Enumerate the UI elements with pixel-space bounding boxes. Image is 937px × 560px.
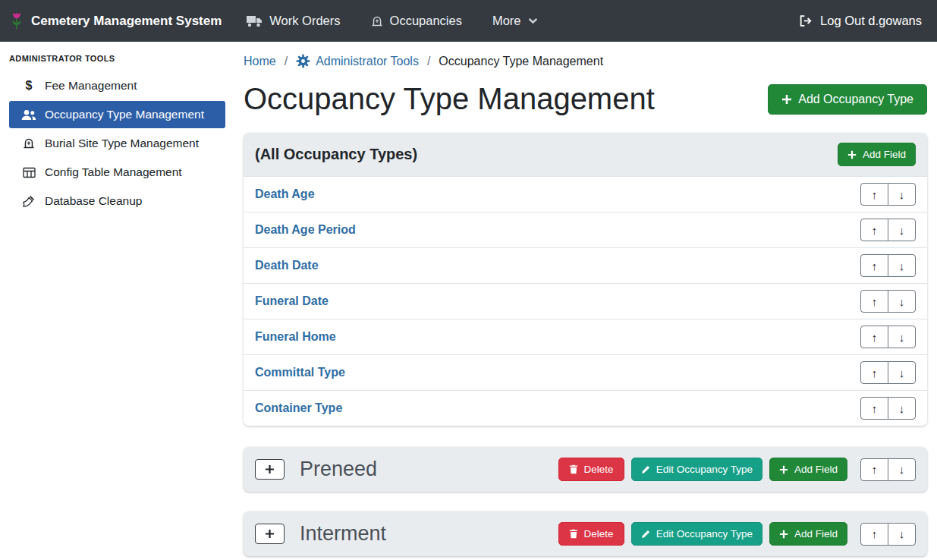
move-down-button[interactable]: ↓: [888, 254, 916, 277]
arrow-down-icon: ↓: [899, 260, 905, 272]
move-up-button[interactable]: ↑: [860, 458, 888, 481]
plus-icon: [265, 529, 275, 539]
sidebar-item-label: Occupancy Type Management: [45, 108, 204, 121]
reorder-group: ↑ ↓: [860, 254, 916, 277]
move-up-button[interactable]: ↑: [860, 397, 888, 420]
sidebar-item-label: Database Cleanup: [45, 194, 142, 208]
nav-work-orders[interactable]: Work Orders: [246, 14, 340, 28]
arrow-up-icon: ↑: [872, 402, 878, 415]
expand-button[interactable]: [255, 459, 285, 480]
field-link[interactable]: Death Age: [255, 187, 315, 201]
add-occupancy-type-button[interactable]: Add Occupancy Type: [768, 84, 927, 115]
reorder-group: ↑ ↓: [860, 290, 916, 313]
arrow-down-icon: ↓: [899, 224, 905, 237]
brand[interactable]: Cemetery Management System: [9, 11, 222, 31]
plus-icon: [847, 150, 857, 159]
field-link[interactable]: Death Date: [255, 259, 319, 272]
trash-icon: [569, 529, 578, 539]
section-actions: Delete Edit Occupancy Type Add Field ↑: [558, 522, 916, 546]
field-link[interactable]: Committal Type: [255, 366, 345, 379]
sidebar-item-label: Config Table Management: [45, 165, 182, 179]
brand-title: Cemetery Management System: [31, 14, 222, 29]
move-up-button[interactable]: ↑: [860, 254, 888, 277]
move-up-button[interactable]: ↑: [860, 361, 888, 384]
move-down-button[interactable]: ↓: [888, 458, 916, 481]
logout-icon: [799, 14, 813, 27]
card-header: (All Occupancy Types) Add Field: [244, 133, 927, 176]
sidebar-item-fee-management[interactable]: $ Fee Management: [9, 72, 225, 99]
reorder-group: ↑ ↓: [860, 361, 916, 384]
section-title: Interment: [300, 522, 386, 546]
title-row: Occupancy Type Management Add Occupancy …: [244, 82, 927, 116]
move-down-button[interactable]: ↓: [888, 326, 916, 348]
add-field-button[interactable]: Add Field: [769, 458, 847, 481]
breadcrumb-home-link[interactable]: Home: [244, 55, 276, 68]
sidebar-item-occupancy-type-management[interactable]: Occupancy Type Management: [9, 101, 225, 128]
reorder-group: ↑ ↓: [860, 523, 916, 546]
arrow-up-icon: ↑: [872, 295, 878, 308]
arrow-down-icon: ↓: [899, 527, 905, 540]
nav-occupancies-label: Occupancies: [390, 14, 462, 28]
move-up-button[interactable]: ↑: [860, 290, 888, 313]
delete-button[interactable]: Delete: [558, 458, 624, 481]
arrow-down-icon: ↓: [899, 463, 905, 476]
table-icon: [21, 167, 36, 178]
move-down-button[interactable]: ↓: [888, 523, 916, 546]
nav-more[interactable]: More: [492, 14, 538, 28]
gear-icon: [296, 54, 310, 68]
reorder-group: ↑ ↓: [860, 397, 916, 420]
sidebar-item-label: Burial Site Type Management: [45, 137, 199, 150]
logout-link[interactable]: Log Out d.gowans: [799, 14, 922, 28]
edit-occupancy-type-button[interactable]: Edit Occupancy Type: [631, 522, 762, 546]
layout: ADMINISTRATOR TOOLS $ Fee Management Occ…: [0, 42, 937, 560]
field-link[interactable]: Funeral Home: [255, 330, 336, 344]
plus-icon: [779, 530, 788, 539]
plus-icon: [779, 465, 788, 474]
add-field-button[interactable]: Add Field: [769, 522, 847, 546]
move-down-button[interactable]: ↓: [888, 183, 916, 206]
move-down-button[interactable]: ↓: [888, 397, 916, 420]
move-up-button[interactable]: ↑: [860, 523, 888, 546]
expand-button[interactable]: [255, 524, 285, 544]
add-field-button[interactable]: Add Field: [838, 143, 916, 166]
move-down-button[interactable]: ↓: [888, 219, 916, 241]
tombstone-icon: [21, 137, 36, 149]
move-down-button[interactable]: ↓: [888, 290, 916, 313]
page-title: Occupancy Type Management: [244, 82, 655, 116]
tulip-logo-icon: [9, 11, 24, 31]
users-icon: [21, 109, 36, 121]
table-row: Death Date ↑ ↓: [244, 247, 927, 283]
section-actions: Delete Edit Occupancy Type Add Field ↑: [558, 458, 916, 481]
breadcrumb-separator: /: [285, 55, 288, 68]
move-up-button[interactable]: ↑: [860, 183, 888, 206]
move-up-button[interactable]: ↑: [860, 326, 888, 348]
occupancy-type-section-interment: Interment Delete Edit Occupancy Type: [244, 511, 927, 556]
reorder-group: ↑ ↓: [860, 219, 916, 241]
dollar-icon: $: [21, 79, 36, 93]
field-link[interactable]: Death Age Period: [255, 223, 356, 237]
breadcrumb-admin-tools-link[interactable]: Administrator Tools: [296, 54, 419, 68]
sidebar-item-database-cleanup[interactable]: Database Cleanup: [9, 187, 225, 215]
move-up-button[interactable]: ↑: [860, 219, 888, 241]
top-navbar: Cemetery Management System Work Orders O…: [0, 0, 937, 42]
sidebar-item-config-table-management[interactable]: Config Table Management: [9, 159, 225, 186]
sidebar: ADMINISTRATOR TOOLS $ Fee Management Occ…: [0, 42, 234, 560]
nav-occupancies[interactable]: Occupancies: [371, 14, 462, 28]
table-row: Funeral Date ↑ ↓: [244, 283, 927, 319]
arrow-down-icon: ↓: [899, 402, 905, 415]
edit-occupancy-type-button[interactable]: Edit Occupancy Type: [631, 458, 762, 481]
delete-button[interactable]: Delete: [558, 522, 624, 546]
arrow-down-icon: ↓: [899, 188, 905, 201]
sidebar-item-burial-site-type-management[interactable]: Burial Site Type Management: [9, 130, 225, 157]
arrow-up-icon: ↑: [872, 331, 878, 344]
field-link[interactable]: Funeral Date: [255, 294, 329, 308]
arrow-up-icon: ↑: [872, 463, 878, 476]
logout-label: Log Out d.gowans: [820, 14, 922, 28]
move-down-button[interactable]: ↓: [888, 361, 916, 384]
truck-icon: [246, 14, 263, 27]
all-occupancy-types-card: (All Occupancy Types) Add Field Death Ag…: [244, 133, 927, 426]
card-title: (All Occupancy Types): [255, 146, 417, 163]
section-title: Preneed: [300, 458, 377, 481]
breadcrumb: Home / Administrator Tools / Occupa: [244, 54, 927, 68]
field-link[interactable]: Container Type: [255, 401, 342, 415]
